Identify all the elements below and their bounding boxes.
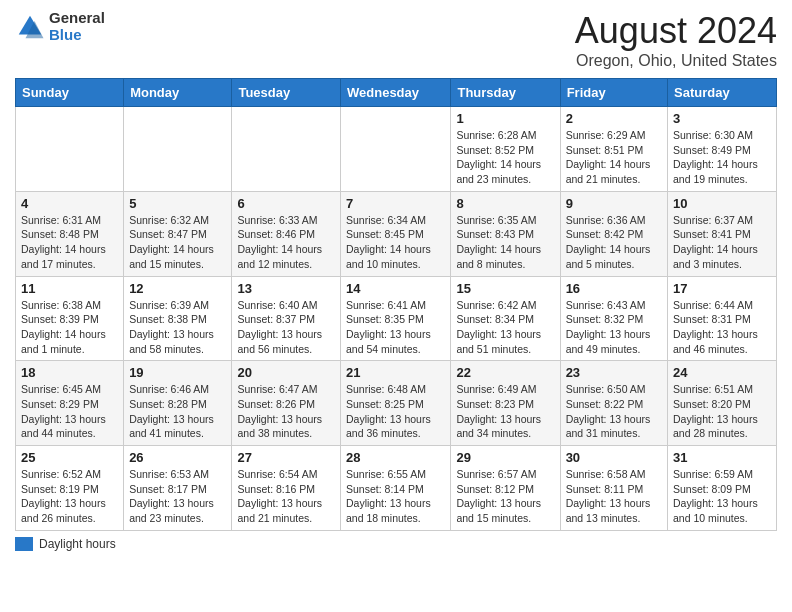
calendar-cell: 12Sunrise: 6:39 AM Sunset: 8:38 PM Dayli… — [124, 276, 232, 361]
day-number: 16 — [566, 281, 662, 296]
main-title: August 2024 — [575, 10, 777, 52]
logo-icon — [15, 12, 45, 42]
day-number: 17 — [673, 281, 771, 296]
calendar-cell: 9Sunrise: 6:36 AM Sunset: 8:42 PM Daylig… — [560, 191, 667, 276]
day-number: 12 — [129, 281, 226, 296]
calendar-cell: 26Sunrise: 6:53 AM Sunset: 8:17 PM Dayli… — [124, 446, 232, 531]
day-info: Sunrise: 6:36 AM Sunset: 8:42 PM Dayligh… — [566, 213, 662, 272]
calendar-cell: 16Sunrise: 6:43 AM Sunset: 8:32 PM Dayli… — [560, 276, 667, 361]
calendar-cell: 13Sunrise: 6:40 AM Sunset: 8:37 PM Dayli… — [232, 276, 341, 361]
day-number: 28 — [346, 450, 445, 465]
week-row-3: 11Sunrise: 6:38 AM Sunset: 8:39 PM Dayli… — [16, 276, 777, 361]
logo-text: General Blue — [49, 10, 105, 43]
calendar-body: 1Sunrise: 6:28 AM Sunset: 8:52 PM Daylig… — [16, 107, 777, 531]
week-row-1: 1Sunrise: 6:28 AM Sunset: 8:52 PM Daylig… — [16, 107, 777, 192]
day-info: Sunrise: 6:30 AM Sunset: 8:49 PM Dayligh… — [673, 128, 771, 187]
day-info: Sunrise: 6:48 AM Sunset: 8:25 PM Dayligh… — [346, 382, 445, 441]
day-info: Sunrise: 6:53 AM Sunset: 8:17 PM Dayligh… — [129, 467, 226, 526]
column-header-monday: Monday — [124, 79, 232, 107]
day-info: Sunrise: 6:45 AM Sunset: 8:29 PM Dayligh… — [21, 382, 118, 441]
calendar-cell: 29Sunrise: 6:57 AM Sunset: 8:12 PM Dayli… — [451, 446, 560, 531]
column-header-friday: Friday — [560, 79, 667, 107]
day-number: 5 — [129, 196, 226, 211]
day-info: Sunrise: 6:42 AM Sunset: 8:34 PM Dayligh… — [456, 298, 554, 357]
logo-general-text: General — [49, 10, 105, 27]
day-number: 2 — [566, 111, 662, 126]
calendar-cell: 17Sunrise: 6:44 AM Sunset: 8:31 PM Dayli… — [668, 276, 777, 361]
day-number: 9 — [566, 196, 662, 211]
day-info: Sunrise: 6:29 AM Sunset: 8:51 PM Dayligh… — [566, 128, 662, 187]
day-info: Sunrise: 6:51 AM Sunset: 8:20 PM Dayligh… — [673, 382, 771, 441]
calendar-header: SundayMondayTuesdayWednesdayThursdayFrid… — [16, 79, 777, 107]
day-number: 7 — [346, 196, 445, 211]
column-header-thursday: Thursday — [451, 79, 560, 107]
calendar-cell: 6Sunrise: 6:33 AM Sunset: 8:46 PM Daylig… — [232, 191, 341, 276]
logo-blue-text: Blue — [49, 27, 105, 44]
day-info: Sunrise: 6:38 AM Sunset: 8:39 PM Dayligh… — [21, 298, 118, 357]
calendar-cell — [16, 107, 124, 192]
calendar-cell: 30Sunrise: 6:58 AM Sunset: 8:11 PM Dayli… — [560, 446, 667, 531]
day-info: Sunrise: 6:39 AM Sunset: 8:38 PM Dayligh… — [129, 298, 226, 357]
day-number: 18 — [21, 365, 118, 380]
day-number: 14 — [346, 281, 445, 296]
subtitle: Oregon, Ohio, United States — [575, 52, 777, 70]
calendar-cell: 5Sunrise: 6:32 AM Sunset: 8:47 PM Daylig… — [124, 191, 232, 276]
day-number: 23 — [566, 365, 662, 380]
calendar-cell: 24Sunrise: 6:51 AM Sunset: 8:20 PM Dayli… — [668, 361, 777, 446]
day-number: 15 — [456, 281, 554, 296]
column-header-sunday: Sunday — [16, 79, 124, 107]
calendar-cell: 14Sunrise: 6:41 AM Sunset: 8:35 PM Dayli… — [341, 276, 451, 361]
calendar-cell: 1Sunrise: 6:28 AM Sunset: 8:52 PM Daylig… — [451, 107, 560, 192]
calendar-cell: 28Sunrise: 6:55 AM Sunset: 8:14 PM Dayli… — [341, 446, 451, 531]
week-row-4: 18Sunrise: 6:45 AM Sunset: 8:29 PM Dayli… — [16, 361, 777, 446]
day-info: Sunrise: 6:34 AM Sunset: 8:45 PM Dayligh… — [346, 213, 445, 272]
day-number: 24 — [673, 365, 771, 380]
calendar-cell — [232, 107, 341, 192]
day-info: Sunrise: 6:49 AM Sunset: 8:23 PM Dayligh… — [456, 382, 554, 441]
week-row-5: 25Sunrise: 6:52 AM Sunset: 8:19 PM Dayli… — [16, 446, 777, 531]
day-number: 13 — [237, 281, 335, 296]
day-info: Sunrise: 6:43 AM Sunset: 8:32 PM Dayligh… — [566, 298, 662, 357]
legend-label: Daylight hours — [39, 537, 116, 551]
day-info: Sunrise: 6:59 AM Sunset: 8:09 PM Dayligh… — [673, 467, 771, 526]
column-header-wednesday: Wednesday — [341, 79, 451, 107]
day-number: 3 — [673, 111, 771, 126]
calendar-cell: 22Sunrise: 6:49 AM Sunset: 8:23 PM Dayli… — [451, 361, 560, 446]
header-row: SundayMondayTuesdayWednesdayThursdayFrid… — [16, 79, 777, 107]
calendar-cell: 19Sunrise: 6:46 AM Sunset: 8:28 PM Dayli… — [124, 361, 232, 446]
day-number: 8 — [456, 196, 554, 211]
day-number: 29 — [456, 450, 554, 465]
page-header: General Blue August 2024 Oregon, Ohio, U… — [15, 10, 777, 70]
legend: Daylight hours — [15, 537, 777, 551]
calendar-cell: 18Sunrise: 6:45 AM Sunset: 8:29 PM Dayli… — [16, 361, 124, 446]
calendar-cell: 2Sunrise: 6:29 AM Sunset: 8:51 PM Daylig… — [560, 107, 667, 192]
day-info: Sunrise: 6:52 AM Sunset: 8:19 PM Dayligh… — [21, 467, 118, 526]
calendar-cell: 10Sunrise: 6:37 AM Sunset: 8:41 PM Dayli… — [668, 191, 777, 276]
day-number: 11 — [21, 281, 118, 296]
column-header-tuesday: Tuesday — [232, 79, 341, 107]
day-info: Sunrise: 6:31 AM Sunset: 8:48 PM Dayligh… — [21, 213, 118, 272]
logo: General Blue — [15, 10, 105, 43]
calendar-cell: 8Sunrise: 6:35 AM Sunset: 8:43 PM Daylig… — [451, 191, 560, 276]
title-area: August 2024 Oregon, Ohio, United States — [575, 10, 777, 70]
calendar-cell: 7Sunrise: 6:34 AM Sunset: 8:45 PM Daylig… — [341, 191, 451, 276]
day-number: 1 — [456, 111, 554, 126]
day-info: Sunrise: 6:35 AM Sunset: 8:43 PM Dayligh… — [456, 213, 554, 272]
day-number: 25 — [21, 450, 118, 465]
calendar-cell: 15Sunrise: 6:42 AM Sunset: 8:34 PM Dayli… — [451, 276, 560, 361]
day-info: Sunrise: 6:47 AM Sunset: 8:26 PM Dayligh… — [237, 382, 335, 441]
day-number: 21 — [346, 365, 445, 380]
day-number: 6 — [237, 196, 335, 211]
day-number: 30 — [566, 450, 662, 465]
calendar-cell: 25Sunrise: 6:52 AM Sunset: 8:19 PM Dayli… — [16, 446, 124, 531]
day-info: Sunrise: 6:50 AM Sunset: 8:22 PM Dayligh… — [566, 382, 662, 441]
calendar-cell: 11Sunrise: 6:38 AM Sunset: 8:39 PM Dayli… — [16, 276, 124, 361]
day-number: 31 — [673, 450, 771, 465]
day-info: Sunrise: 6:58 AM Sunset: 8:11 PM Dayligh… — [566, 467, 662, 526]
column-header-saturday: Saturday — [668, 79, 777, 107]
day-info: Sunrise: 6:55 AM Sunset: 8:14 PM Dayligh… — [346, 467, 445, 526]
calendar-cell — [341, 107, 451, 192]
calendar-cell — [124, 107, 232, 192]
day-number: 22 — [456, 365, 554, 380]
day-info: Sunrise: 6:40 AM Sunset: 8:37 PM Dayligh… — [237, 298, 335, 357]
